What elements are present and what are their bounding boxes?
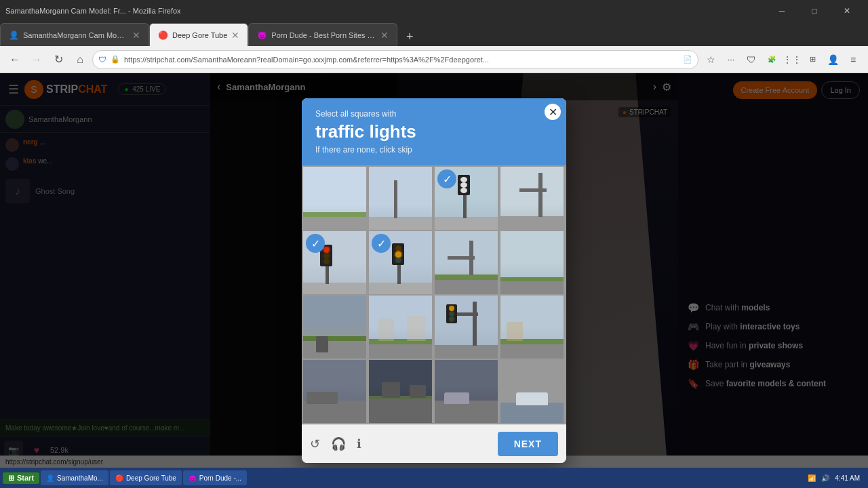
captcha-cell-7[interactable] [500, 231, 564, 294]
captcha-instruction: If there are none, click skip [315, 145, 553, 155]
cell-15-content [500, 360, 564, 423]
captcha-cell-12[interactable] [303, 360, 366, 423]
more-button[interactable]: ··· [722, 50, 741, 69]
extensions-button[interactable]: 🧩 [762, 50, 781, 69]
captcha-cell-3[interactable] [500, 167, 564, 230]
cell-8-content [303, 296, 366, 359]
captcha-cell-4[interactable]: ✓ [303, 231, 366, 294]
captcha-title: traffic lights [315, 121, 553, 142]
browser-window: SamanthaMorgann Cam Model: Fr... - Mozil… [0, 0, 868, 488]
captcha-cell-15[interactable] [500, 360, 564, 423]
cell-1-content [369, 167, 432, 230]
tab-2-title: Deep Gore Tube [172, 31, 227, 39]
captcha-footer: ↺ 🎧 ℹ NEXT [302, 424, 566, 463]
start-icon: ⊞ [8, 474, 14, 483]
menu-button[interactable]: ≡ [844, 50, 863, 69]
close-button[interactable]: ✕ [831, 0, 863, 22]
sidebar-button[interactable]: ⊞ [803, 50, 822, 69]
taskbar: ⊞ Start 👤 SamanthaMo... 🔴 Deep Gore Tube… [0, 468, 868, 488]
captcha-grid: ✓ [302, 165, 566, 424]
captcha-header: Select all squares with traffic lights I… [302, 98, 566, 165]
reader-icon[interactable]: 📄 [683, 55, 692, 64]
cell-0-content [303, 167, 366, 230]
modal-close-button[interactable]: ✕ [545, 104, 561, 120]
taskbar-item-1-icon: 👤 [46, 474, 54, 482]
cell-9-content [369, 296, 432, 359]
taskbar-item-3[interactable]: 😈 Porn Dude -... [183, 470, 247, 485]
new-tab-button[interactable]: + [400, 27, 419, 46]
captcha-cell-14[interactable] [435, 360, 498, 423]
cell-11-content [500, 296, 564, 359]
captcha-cell-9[interactable] [369, 296, 432, 359]
tab-1[interactable]: 👤 SamanthaMorgann Cam Model: Fr... ✕ [0, 23, 149, 46]
captcha-cell-13[interactable] [369, 360, 432, 423]
taskbar-item-2-icon: 🔴 [115, 474, 123, 482]
window-title: SamanthaMorgann Cam Model: Fr... - Mozil… [5, 7, 181, 15]
cell-6-content [435, 231, 498, 294]
start-button[interactable]: ⊞ Start [3, 472, 39, 484]
home-button[interactable]: ⌂ [71, 50, 90, 69]
audio-captcha-icon[interactable]: 🎧 [331, 436, 346, 451]
tab-2-close[interactable]: ✕ [231, 30, 239, 41]
minimize-button[interactable]: ─ [766, 0, 797, 22]
captcha-cell-11[interactable] [500, 296, 564, 359]
tab-bar: 👤 SamanthaMorgann Cam Model: Fr... ✕ 🔴 D… [0, 22, 868, 46]
cell-14-content [435, 360, 498, 423]
taskbar-network-icon: 📶 [808, 474, 816, 482]
forward-button[interactable]: → [27, 50, 46, 69]
taskbar-right: 📶 🔊 4:41 AM [808, 474, 865, 482]
cell-12-content [303, 360, 366, 423]
taskbar-item-3-icon: 😈 [189, 474, 197, 482]
tab-1-title: SamanthaMorgann Cam Model: Fr... [23, 31, 128, 39]
taskbar-item-1[interactable]: 👤 SamanthaMo... [41, 470, 108, 485]
cell-10-content [435, 296, 498, 359]
captcha-cell-0[interactable] [303, 167, 366, 230]
cell-4-selected-indicator: ✓ [306, 234, 325, 253]
tab-3-favicon: 😈 [257, 30, 267, 40]
title-bar: SamanthaMorgann Cam Model: Fr... - Mozil… [0, 0, 868, 22]
tab-3[interactable]: 😈 Porn Dude - Best Porn Sites & Fre... ✕ [248, 23, 397, 46]
security-icon: 🛡 [98, 55, 106, 64]
modal-overlay: ✕ Select all squares with traffic lights… [0, 73, 868, 488]
tab-3-title: Porn Dude - Best Porn Sites & Fre... [271, 31, 376, 39]
tab-1-favicon: 👤 [9, 30, 19, 40]
refresh-button[interactable]: ↻ [49, 50, 68, 69]
tab-2-favicon: 🔴 [158, 30, 168, 40]
captcha-next-button[interactable]: NEXT [498, 432, 558, 456]
start-label: Start [17, 474, 34, 482]
maximize-button[interactable]: □ [799, 0, 830, 22]
tab-2[interactable]: 🔴 Deep Gore Tube ✕ [149, 23, 248, 46]
captcha-subtitle: Select all squares with [315, 109, 553, 119]
captcha-cell-6[interactable] [435, 231, 498, 294]
bookmarks-icon[interactable]: ⋮⋮ [783, 50, 802, 69]
refresh-captcha-icon[interactable]: ↺ [310, 436, 320, 451]
cell-5-selected-indicator: ✓ [372, 234, 391, 253]
cell-7-content [500, 231, 564, 294]
shield-button[interactable]: 🛡 [742, 50, 761, 69]
footer-icons: ↺ 🎧 ℹ [310, 436, 361, 451]
taskbar-item-1-label: SamanthaMo... [57, 474, 103, 482]
account-icon[interactable]: 👤 [823, 50, 842, 69]
taskbar-item-2[interactable]: 🔴 Deep Gore Tube [110, 470, 182, 485]
captcha-cell-1[interactable] [369, 167, 432, 230]
captcha-cell-2[interactable]: ✓ [435, 167, 498, 230]
back-button[interactable]: ← [5, 50, 24, 69]
tab-3-close[interactable]: ✕ [380, 30, 389, 41]
cell-3-content [500, 167, 564, 230]
taskbar-sound-icon: 🔊 [821, 474, 829, 482]
captcha-cell-5[interactable]: ✓ [369, 231, 432, 294]
taskbar-item-2-label: Deep Gore Tube [126, 474, 176, 482]
address-lock-icon: 🔒 [111, 55, 120, 64]
taskbar-item-3-label: Porn Dude -... [199, 474, 241, 482]
captcha-cell-10[interactable] [435, 296, 498, 359]
captcha-modal: ✕ Select all squares with traffic lights… [302, 98, 566, 463]
tab-1-close[interactable]: ✕ [132, 30, 140, 41]
address-bar[interactable]: 🛡 🔒 https://stripchat.com/SamanthaMorean… [92, 50, 698, 69]
captcha-cell-8[interactable] [303, 296, 366, 359]
info-captcha-icon[interactable]: ℹ [357, 436, 361, 451]
bookmark-icon[interactable]: ☆ [701, 50, 720, 69]
cell-2-selected-indicator: ✓ [437, 169, 456, 188]
taskbar-time: 4:41 AM [835, 474, 860, 482]
cell-13-content [369, 360, 432, 423]
page-content: ☰ S STRIPCHAT ● 425 LIVE SamanthaMorgann [0, 73, 868, 488]
